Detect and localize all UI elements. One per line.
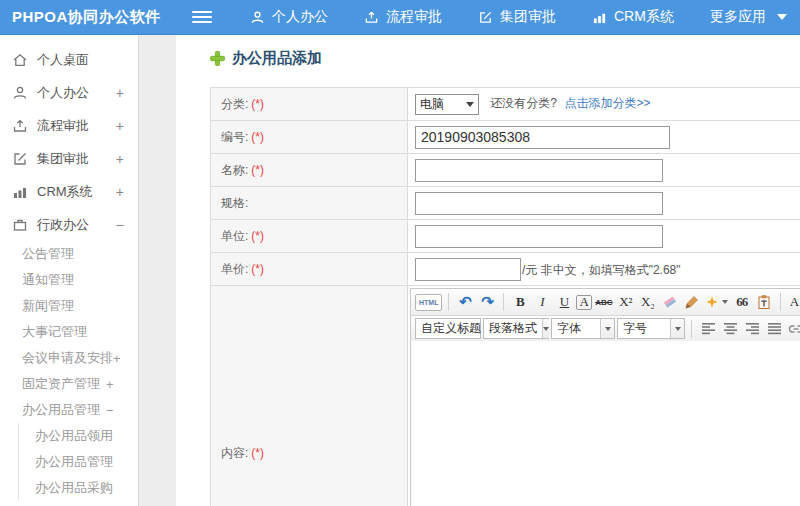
field-label: 名称: bbox=[221, 163, 248, 177]
align-left-button[interactable] bbox=[698, 318, 718, 339]
number-label-cell: 编号:(*) bbox=[211, 121, 408, 154]
sidebar-item-admin-office[interactable]: 行政办公 − bbox=[0, 208, 138, 241]
align-justify-button[interactable] bbox=[764, 318, 784, 339]
expand-toggle[interactable]: + bbox=[116, 118, 124, 134]
nav-group-approval[interactable]: 集团审批 bbox=[478, 8, 556, 26]
content-label-cell: 内容:(*) bbox=[211, 286, 408, 506]
expand-toggle[interactable]: + bbox=[116, 85, 124, 101]
strikethrough-button[interactable]: ABC bbox=[594, 292, 614, 313]
remove-format-button[interactable]: A bbox=[576, 295, 591, 310]
nav-workflow-approval[interactable]: 流程审批 bbox=[364, 8, 442, 26]
toolbar-separator bbox=[448, 293, 449, 311]
paste-text-button[interactable] bbox=[754, 292, 774, 313]
price-input[interactable] bbox=[415, 258, 521, 281]
sidebar-subsubitem-supplies-management[interactable]: 办公用品管理 bbox=[19, 449, 138, 475]
sidebar-subitem-notices[interactable]: 通知管理 bbox=[0, 267, 138, 293]
collapse-toggle[interactable]: − bbox=[106, 403, 114, 418]
editor-content-area[interactable] bbox=[411, 341, 800, 506]
sidebar-subsubitem-supplies-requisition[interactable]: 办公用品领用 bbox=[19, 423, 138, 449]
sidebar-subitem-news[interactable]: 新闻管理 bbox=[0, 293, 138, 319]
category-select[interactable]: 电脑 bbox=[415, 94, 479, 115]
required-mark: (*) bbox=[251, 163, 264, 177]
sidebar-subitem-office-supplies[interactable]: 办公用品管理 − bbox=[0, 397, 138, 423]
expand-toggle[interactable]: + bbox=[106, 377, 114, 392]
dropdown-label: 段落格式 bbox=[484, 320, 542, 337]
sidebar-subsubitem-supplies-purchase[interactable]: 办公用品采购 bbox=[19, 475, 138, 501]
font-size-dropdown[interactable]: 字号 bbox=[617, 318, 685, 339]
person-icon bbox=[12, 85, 28, 101]
blockquote-button[interactable]: 66 bbox=[732, 292, 752, 313]
home-icon bbox=[12, 52, 28, 68]
nav-personal-office[interactable]: 个人办公 bbox=[250, 8, 328, 26]
font-family-dropdown[interactable]: 字体 bbox=[551, 318, 615, 339]
eraser-button[interactable] bbox=[660, 292, 680, 313]
sidebar-subitem-label: 固定资产管理 bbox=[22, 375, 100, 393]
sidebar-item-label: 行政办公 bbox=[37, 216, 89, 234]
sidebar-item-workflow[interactable]: 流程审批 + bbox=[0, 109, 138, 142]
name-input[interactable] bbox=[415, 159, 663, 182]
unit-input[interactable] bbox=[415, 225, 663, 248]
main-content: 办公用品添加 分类:(*) 电脑 还没有分类? 点击添加分类>> 编号: bbox=[176, 35, 800, 506]
underline-button[interactable]: U bbox=[554, 292, 574, 313]
sidebar-subitem-announcements[interactable]: 公告管理 bbox=[0, 241, 138, 267]
number-input[interactable] bbox=[415, 126, 670, 149]
sidebar-item-group-approval[interactable]: 集团审批 + bbox=[0, 142, 138, 175]
nav-item-label: CRM系统 bbox=[614, 8, 674, 26]
sidebar: 个人桌面 个人办公 + 流程审批 + 集团审批 + CRM系统 + 行政办公 − bbox=[0, 35, 139, 506]
paragraph-format-dropdown[interactable]: 段落格式 bbox=[483, 318, 549, 339]
category-selected-value: 电脑 bbox=[420, 96, 444, 113]
spec-input[interactable] bbox=[415, 192, 663, 215]
format-painter-button[interactable] bbox=[704, 292, 730, 313]
superscript-button[interactable]: X² bbox=[616, 292, 636, 313]
unit-value-cell bbox=[408, 220, 800, 253]
category-value-cell: 电脑 还没有分类? 点击添加分类>> bbox=[408, 88, 800, 121]
align-right-button[interactable] bbox=[742, 318, 762, 339]
content-value-cell: HTML ↶ ↷ B I U A ABC X² X₂ bbox=[408, 286, 800, 506]
form-row-category: 分类:(*) 电脑 还没有分类? 点击添加分类>> bbox=[211, 88, 800, 121]
expand-toggle[interactable]: + bbox=[116, 184, 124, 200]
field-label: 单价: bbox=[221, 262, 248, 276]
sidebar-item-desktop[interactable]: 个人桌面 bbox=[0, 43, 138, 76]
undo-icon[interactable]: ↶ bbox=[455, 292, 475, 313]
custom-title-dropdown[interactable]: 自定义标题 bbox=[415, 318, 481, 339]
sidebar-subsubitem-label: 办公用品采购 bbox=[35, 479, 113, 497]
required-mark: (*) bbox=[251, 130, 264, 144]
nav-crm-system[interactable]: CRM系统 bbox=[592, 8, 674, 26]
align-center-button[interactable] bbox=[720, 318, 740, 339]
expand-toggle[interactable]: + bbox=[113, 351, 121, 366]
subscript-button[interactable]: X₂ bbox=[638, 292, 658, 313]
sidebar-subitem-meetings[interactable]: 会议申请及安排 + bbox=[0, 345, 138, 371]
html-source-button[interactable]: HTML bbox=[415, 294, 442, 311]
link-icon bbox=[788, 321, 800, 337]
bold-button[interactable]: B bbox=[510, 292, 530, 313]
italic-button[interactable]: I bbox=[532, 292, 552, 313]
toolbar-separator bbox=[503, 293, 504, 311]
caret-down-icon bbox=[777, 14, 787, 20]
required-mark: (*) bbox=[251, 229, 264, 243]
redo-icon[interactable]: ↷ bbox=[477, 292, 497, 313]
font-color-button[interactable]: A bbox=[787, 292, 800, 313]
nav-more-apps[interactable]: 更多应用 bbox=[710, 8, 787, 26]
sidebar-item-personal-office[interactable]: 个人办公 + bbox=[0, 76, 138, 109]
price-label-cell: 单价:(*) bbox=[211, 253, 408, 286]
clean-format-button[interactable] bbox=[682, 292, 702, 313]
insert-link-button[interactable] bbox=[786, 318, 800, 339]
form-row-unit: 单位:(*) bbox=[211, 220, 800, 253]
spec-label-cell: 规格: bbox=[211, 187, 408, 220]
align-left-icon bbox=[701, 322, 716, 335]
sidebar-item-crm[interactable]: CRM系统 + bbox=[0, 175, 138, 208]
sidebar-subitem-label: 会议申请及安排 bbox=[22, 349, 113, 367]
category-hint: 还没有分类? bbox=[490, 96, 557, 110]
expand-toggle[interactable]: + bbox=[116, 151, 124, 167]
office-supply-form: 分类:(*) 电脑 还没有分类? 点击添加分类>> 编号:(*) bbox=[210, 87, 800, 506]
field-label: 编号: bbox=[221, 130, 248, 144]
sidebar-item-label: 个人办公 bbox=[37, 84, 89, 102]
add-category-link[interactable]: 点击添加分类>> bbox=[564, 96, 650, 110]
sidebar-subitem-events[interactable]: 大事记管理 bbox=[0, 319, 138, 345]
menu-toggle-icon[interactable] bbox=[192, 11, 212, 23]
collapse-toggle[interactable]: − bbox=[116, 217, 124, 233]
sidebar-subitem-fixed-assets[interactable]: 固定资产管理 + bbox=[0, 371, 138, 397]
sidebar-subitem-label: 大事记管理 bbox=[22, 323, 87, 341]
form-row-spec: 规格: bbox=[211, 187, 800, 220]
caret-down-icon bbox=[722, 300, 728, 304]
